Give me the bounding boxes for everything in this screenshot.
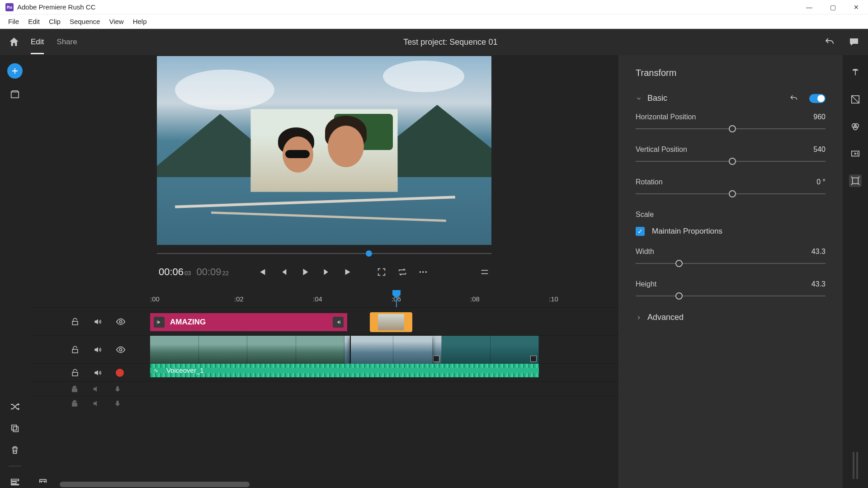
eye-icon[interactable] <box>116 345 126 355</box>
scale-label: Scale <box>636 211 826 219</box>
lock-icon[interactable] <box>71 399 79 408</box>
home-icon[interactable] <box>8 36 20 48</box>
menu-file[interactable]: File <box>5 16 23 27</box>
playhead[interactable] <box>396 290 397 307</box>
basic-toggle[interactable] <box>809 94 826 103</box>
color-tool-icon[interactable] <box>849 120 862 133</box>
menu-edit[interactable]: Edit <box>24 16 43 27</box>
width-value[interactable]: 43.3 <box>811 248 826 256</box>
basic-section-header[interactable]: Basic <box>636 94 826 103</box>
svg-rect-4 <box>11 482 16 483</box>
svg-point-7 <box>422 271 424 273</box>
ruler-mark: :10 <box>549 295 558 303</box>
record-button[interactable] <box>116 369 124 377</box>
chevron-down-icon <box>636 95 642 102</box>
mute-icon[interactable] <box>92 399 100 408</box>
maintain-proportions-checkbox[interactable]: ✓ Maintain Proportions <box>636 227 826 236</box>
svg-rect-3 <box>11 479 19 481</box>
snap-icon[interactable] <box>38 475 48 485</box>
lock-icon[interactable] <box>71 317 80 326</box>
lock-icon[interactable] <box>71 345 80 354</box>
hpos-value[interactable]: 960 <box>813 113 826 121</box>
maintain-proportions-label: Maintain Proportions <box>652 227 722 236</box>
timecode: 00:06 03 00:09 22 <box>159 266 233 278</box>
lock-icon[interactable] <box>71 368 80 377</box>
menu-sequence[interactable]: Sequence <box>66 16 104 27</box>
window-maximize-button[interactable]: ▢ <box>829 4 836 11</box>
titles-tool-icon[interactable] <box>849 66 862 79</box>
timeline-ruler[interactable]: :00 :02 :04 :06 :08 :10 <box>30 290 618 307</box>
speed-tool-icon[interactable] <box>849 147 862 160</box>
advanced-section-header[interactable]: Advanced <box>636 313 826 322</box>
ruler-mark: :04 <box>313 295 322 303</box>
timecode-duration: 00:09 <box>197 266 222 278</box>
menu-clip[interactable]: Clip <box>45 16 64 27</box>
timeline: :00 :02 :04 :06 :08 :10 AMAZING <box>30 290 618 488</box>
loop-icon[interactable] <box>397 267 407 277</box>
mic-icon[interactable] <box>114 400 121 407</box>
video-clip[interactable] <box>150 336 539 364</box>
vpos-slider[interactable] <box>636 156 826 166</box>
project-panel-icon[interactable] <box>9 89 21 100</box>
window-close-button[interactable]: ✕ <box>853 4 860 11</box>
shuffle-icon[interactable] <box>9 401 21 413</box>
height-slider[interactable] <box>636 291 826 301</box>
fullscreen-icon[interactable] <box>377 267 387 277</box>
undo-icon[interactable] <box>824 37 835 47</box>
vpos-value[interactable]: 540 <box>813 145 826 154</box>
svg-rect-11 <box>340 321 340 324</box>
transitions-tool-icon[interactable] <box>849 93 862 106</box>
audio-clip-label: Voiceover_1 <box>166 366 204 374</box>
menu-help[interactable]: Help <box>129 16 151 27</box>
trash-icon[interactable] <box>9 444 21 456</box>
track-v2: AMAZING <box>30 307 618 335</box>
hpos-label: Horizontal Position <box>636 113 696 121</box>
go-to-end-icon[interactable] <box>344 267 354 277</box>
lock-icon[interactable] <box>71 385 79 393</box>
ruler-mark: :08 <box>470 295 480 303</box>
timeline-options-icon[interactable] <box>480 267 490 277</box>
timeline-scrollbar[interactable] <box>60 482 250 487</box>
audio-wave-icon: ∿ <box>154 367 158 374</box>
play-icon[interactable] <box>300 267 310 277</box>
duplicate-icon[interactable] <box>9 422 21 434</box>
tab-share[interactable]: Share <box>57 30 77 54</box>
svg-rect-2 <box>13 427 18 432</box>
menubar: File Edit Clip Sequence View Help <box>0 14 868 29</box>
step-back-icon[interactable] <box>278 267 288 277</box>
add-media-button[interactable] <box>7 63 23 79</box>
video-preview[interactable] <box>157 56 491 245</box>
height-value[interactable]: 43.3 <box>811 280 826 288</box>
mute-icon[interactable] <box>93 317 102 326</box>
timecode-duration-frames: 22 <box>222 270 229 277</box>
svg-rect-5 <box>11 484 19 485</box>
mute-icon[interactable] <box>92 385 100 393</box>
rotation-slider[interactable] <box>636 189 826 199</box>
go-to-start-icon[interactable] <box>257 267 267 277</box>
mute-icon[interactable] <box>93 345 102 354</box>
window-minimize-button[interactable]: — <box>806 4 813 11</box>
step-forward-icon[interactable] <box>322 267 332 277</box>
preview-area: 00:06 03 00:09 22 <box>30 55 618 290</box>
reset-icon[interactable] <box>789 94 798 103</box>
preview-scrubber[interactable] <box>157 249 491 258</box>
audio-clip[interactable]: ∿ Voiceover_1 <box>150 364 539 377</box>
tab-edit[interactable]: Edit <box>31 30 44 54</box>
hpos-slider[interactable] <box>636 124 826 134</box>
tracks-panel-icon[interactable] <box>9 476 21 488</box>
rotation-value[interactable]: 0 ° <box>816 178 826 186</box>
transform-tool-icon[interactable] <box>849 174 862 187</box>
basic-label: Basic <box>647 94 784 103</box>
mute-icon[interactable] <box>93 368 102 377</box>
transform-panel: Transform Basic Horizontal Position960 V… <box>618 55 843 488</box>
pip-clip[interactable] <box>370 312 412 332</box>
title-clip[interactable]: AMAZING <box>150 313 347 331</box>
feedback-icon[interactable] <box>848 37 860 47</box>
window-titlebar: Ru Adobe Premiere Rush CC — ▢ ✕ <box>0 0 868 14</box>
more-options-icon[interactable] <box>418 267 428 277</box>
menu-view[interactable]: View <box>105 16 127 27</box>
width-slider[interactable] <box>636 258 826 268</box>
mic-icon[interactable] <box>114 385 121 393</box>
eye-icon[interactable] <box>116 317 126 327</box>
rotation-label: Rotation <box>636 178 663 186</box>
